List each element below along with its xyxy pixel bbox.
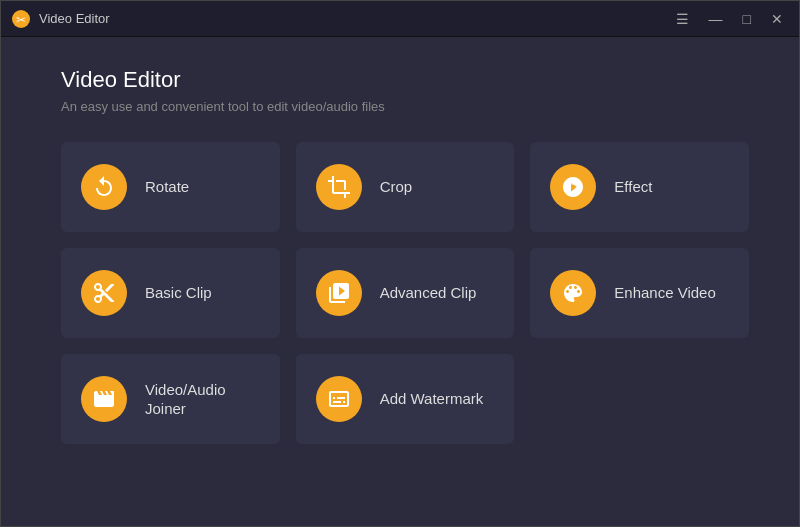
effect-card[interactable]: Effect (530, 142, 749, 232)
advanced-clip-icon-wrap (316, 270, 362, 316)
enhance-video-label: Enhance Video (614, 283, 715, 303)
effect-icon (561, 175, 585, 199)
video-audio-joiner-card[interactable]: Video/Audio Joiner (61, 354, 280, 444)
crop-card[interactable]: Crop (296, 142, 515, 232)
rotate-label: Rotate (145, 177, 189, 197)
enhance-video-icon-wrap (550, 270, 596, 316)
window-controls: ☰ — □ ✕ (670, 9, 789, 29)
effect-icon-wrap (550, 164, 596, 210)
window-title: Video Editor (39, 11, 670, 26)
add-watermark-card[interactable]: Add Watermark (296, 354, 515, 444)
basic-clip-card[interactable]: Basic Clip (61, 248, 280, 338)
page-subtitle: An easy use and convenient tool to edit … (61, 99, 749, 114)
crop-label: Crop (380, 177, 413, 197)
palette-icon (561, 281, 585, 305)
rotate-card[interactable]: Rotate (61, 142, 280, 232)
video-audio-joiner-label: Video/Audio Joiner (145, 380, 226, 419)
advanced-clip-label: Advanced Clip (380, 283, 477, 303)
title-bar: ✂ Video Editor ☰ — □ ✕ (1, 1, 799, 37)
add-watermark-label: Add Watermark (380, 389, 484, 409)
advanced-clip-icon (327, 281, 351, 305)
watermark-icon-wrap (316, 376, 362, 422)
crop-icon (327, 175, 351, 199)
maximize-btn[interactable]: □ (737, 9, 757, 29)
joiner-icon (92, 387, 116, 411)
minimize-btn[interactable]: — (703, 9, 729, 29)
advanced-clip-card[interactable]: Advanced Clip (296, 248, 515, 338)
svg-point-2 (571, 181, 575, 185)
main-window: ✂ Video Editor ☰ — □ ✕ Video Editor An e… (0, 0, 800, 527)
rotate-icon-wrap (81, 164, 127, 210)
svg-point-3 (576, 187, 579, 190)
basic-clip-icon-wrap (81, 270, 127, 316)
basic-clip-label: Basic Clip (145, 283, 212, 303)
enhance-video-card[interactable]: Enhance Video (530, 248, 749, 338)
effect-label: Effect (614, 177, 652, 197)
page-title: Video Editor (61, 67, 749, 93)
joiner-icon-wrap (81, 376, 127, 422)
svg-text:✂: ✂ (16, 13, 26, 27)
app-icon: ✂ (11, 9, 31, 29)
scissors-icon (92, 281, 116, 305)
rotate-icon (92, 175, 116, 199)
feature-grid: Rotate Crop (61, 142, 749, 444)
menu-btn[interactable]: ☰ (670, 9, 695, 29)
svg-point-4 (568, 188, 571, 191)
crop-icon-wrap (316, 164, 362, 210)
content-area: Video Editor An easy use and convenient … (1, 37, 799, 526)
watermark-icon (327, 387, 351, 411)
close-btn[interactable]: ✕ (765, 9, 789, 29)
